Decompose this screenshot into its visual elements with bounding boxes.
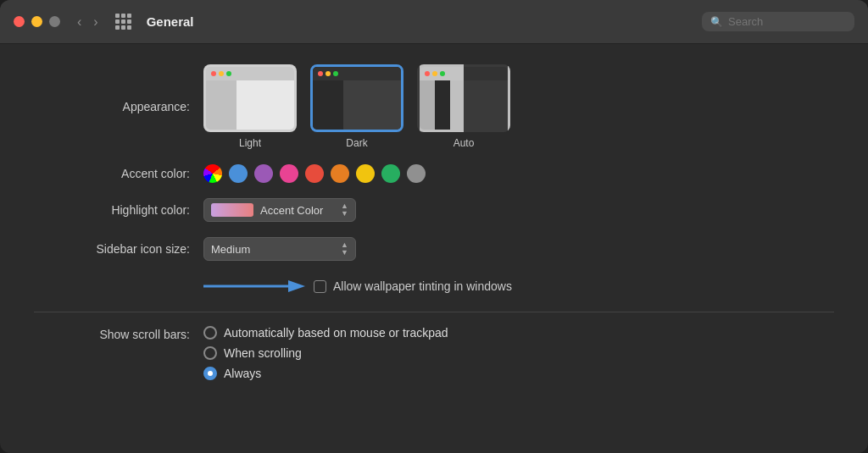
scroll-bars-scrolling-radio[interactable] — [203, 346, 217, 360]
accent-red[interactable] — [305, 164, 324, 183]
accent-blue[interactable] — [229, 164, 248, 183]
appearance-row: Appearance: — [34, 64, 834, 149]
scroll-bars-label: Show scroll bars: — [34, 326, 203, 341]
wallpaper-tinting-row: Allow wallpaper tinting in windows — [34, 276, 834, 296]
svg-marker-1 — [288, 280, 305, 292]
forward-button[interactable]: › — [90, 13, 101, 31]
highlight-color-preview — [211, 203, 253, 217]
window: ‹ › General 🔍 Appearance: — [0, 0, 868, 453]
highlight-color-label: Highlight color: — [34, 203, 203, 217]
nav-buttons: ‹ › — [74, 13, 102, 31]
appearance-option-auto[interactable]: Auto — [417, 64, 510, 149]
dropdown-arrows-icon: ▲ ▼ — [341, 202, 348, 218]
apps-grid-icon[interactable] — [115, 14, 131, 30]
settings-content: Appearance: — [0, 44, 868, 453]
appearance-option-dark[interactable]: Dark — [310, 64, 403, 149]
maximize-button[interactable] — [49, 16, 60, 27]
scroll-bars-auto[interactable]: Automatically based on mouse or trackpad — [203, 326, 448, 340]
scroll-bars-auto-radio[interactable] — [203, 326, 217, 340]
accent-color-row: Accent color: — [34, 164, 834, 183]
page-title: General — [147, 14, 692, 29]
highlight-color-value: Accent Color — [260, 204, 334, 217]
back-button[interactable]: ‹ — [74, 13, 85, 31]
appearance-label: Appearance: — [34, 100, 203, 113]
scroll-bars-always[interactable]: Always — [203, 367, 448, 380]
scroll-bars-always-label: Always — [224, 367, 261, 380]
appearance-thumb-dark — [310, 64, 403, 132]
sidebar-icon-size-dropdown[interactable]: Medium ▲ ▼ — [203, 237, 356, 261]
accent-green[interactable] — [381, 164, 400, 183]
close-button[interactable] — [14, 16, 25, 27]
accent-color-options — [203, 164, 426, 183]
blue-arrow-icon — [203, 276, 305, 296]
scroll-bars-scrolling-label: When scrolling — [224, 346, 302, 360]
titlebar: ‹ › General 🔍 — [0, 0, 868, 44]
scroll-bars-options: Automatically based on mouse or trackpad… — [203, 326, 448, 380]
sidebar-icon-size-row: Sidebar icon size: Medium ▲ ▼ — [34, 237, 834, 261]
search-input[interactable] — [728, 15, 847, 28]
accent-multicolor[interactable] — [203, 164, 222, 183]
search-icon: 🔍 — [710, 16, 723, 28]
accent-yellow[interactable] — [356, 164, 375, 183]
accent-orange[interactable] — [331, 164, 349, 183]
wallpaper-tinting-option[interactable]: Allow wallpaper tinting in windows — [314, 279, 512, 293]
search-box[interactable]: 🔍 — [702, 12, 854, 31]
highlight-color-row: Highlight color: Accent Color ▲ ▼ — [34, 198, 834, 222]
appearance-thumb-light — [203, 64, 297, 132]
appearance-option-light[interactable]: Light — [203, 64, 297, 149]
scroll-bars-auto-label: Automatically based on mouse or trackpad — [224, 326, 448, 340]
minimize-button[interactable] — [31, 16, 42, 27]
sidebar-icon-size-label: Sidebar icon size: — [34, 242, 203, 256]
appearance-light-label: Light — [239, 137, 261, 149]
traffic-lights — [14, 16, 60, 27]
section-divider — [34, 312, 834, 312]
sidebar-dropdown-arrows-icon: ▲ ▼ — [341, 241, 348, 257]
appearance-thumb-auto — [417, 64, 510, 132]
accent-pink[interactable] — [280, 164, 298, 183]
accent-color-label: Accent color: — [34, 167, 203, 180]
scroll-bars-row: Show scroll bars: Automatically based on… — [34, 326, 834, 380]
accent-purple[interactable] — [254, 164, 273, 183]
sidebar-icon-size-value: Medium — [211, 243, 334, 256]
wallpaper-tinting-checkbox[interactable] — [314, 280, 326, 293]
scroll-bars-always-radio[interactable] — [203, 367, 217, 380]
highlight-color-dropdown[interactable]: Accent Color ▲ ▼ — [203, 198, 356, 222]
appearance-auto-label: Auto — [453, 137, 475, 149]
scroll-bars-scrolling[interactable]: When scrolling — [203, 346, 448, 360]
wallpaper-tinting-label: Allow wallpaper tinting in windows — [333, 279, 512, 293]
accent-graphite[interactable] — [407, 164, 426, 183]
appearance-dark-label: Dark — [346, 137, 367, 149]
appearance-options: Light — [203, 64, 510, 149]
